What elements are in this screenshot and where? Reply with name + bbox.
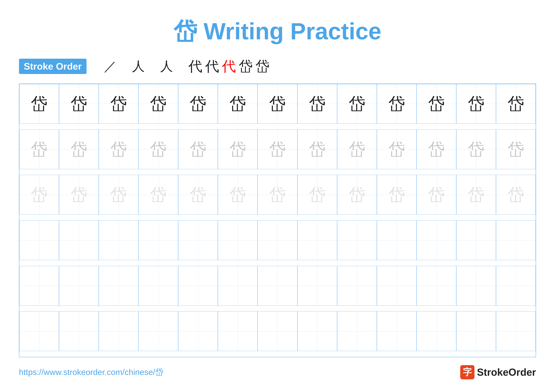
stroke-3: 人 (148, 58, 186, 75)
grid-cell[interactable]: 岱 (99, 84, 139, 124)
grid-cell[interactable] (377, 311, 416, 351)
grid-cell[interactable]: 岱 (377, 129, 416, 169)
cell-character: 岱 (150, 95, 167, 112)
cell-character: 岱 (150, 186, 167, 203)
cell-character: 岱 (468, 95, 484, 112)
grid-cell[interactable] (297, 311, 337, 351)
grid-cell[interactable] (496, 266, 536, 306)
grid-cell[interactable] (297, 266, 337, 306)
grid-cell[interactable] (59, 221, 99, 260)
cell-character: 岱 (388, 95, 405, 112)
grid-cell[interactable]: 岱 (377, 175, 416, 214)
grid-cell[interactable] (178, 221, 218, 260)
grid-cell[interactable]: 岱 (178, 129, 218, 169)
footer-url[interactable]: https://www.strokeorder.com/chinese/岱 (19, 367, 163, 378)
stroke-2: 人 (119, 58, 145, 75)
grid-cell[interactable]: 岱 (337, 175, 377, 214)
grid-cell[interactable] (218, 311, 258, 351)
grid-cell[interactable] (99, 266, 139, 306)
grid-cell[interactable] (19, 311, 59, 351)
grid-cell[interactable] (99, 311, 139, 351)
cell-character: 岱 (190, 95, 206, 112)
grid-cell[interactable]: 岱 (178, 175, 218, 214)
grid-cell[interactable] (19, 266, 59, 306)
grid-cell[interactable]: 岱 (337, 84, 377, 124)
grid-cell[interactable]: 岱 (496, 129, 536, 169)
grid-cell[interactable]: 岱 (178, 84, 218, 124)
grid-cell[interactable]: 岱 (99, 175, 139, 214)
cell-character: 岱 (31, 141, 47, 158)
cell-character: 岱 (110, 95, 127, 112)
grid-cell[interactable] (337, 221, 377, 260)
cell-character: 岱 (269, 186, 286, 203)
grid-cell[interactable]: 岱 (59, 175, 99, 214)
grid-cell[interactable] (139, 221, 178, 260)
cell-character: 岱 (349, 186, 365, 203)
grid-cell[interactable] (218, 221, 258, 260)
grid-cell[interactable] (456, 221, 496, 260)
grid-cell[interactable]: 岱 (258, 84, 297, 124)
grid-cell[interactable]: 岱 (139, 129, 178, 169)
grid-cell[interactable]: 岱 (218, 175, 258, 214)
grid-cell[interactable] (456, 266, 496, 306)
cell-character: 岱 (309, 141, 326, 158)
grid-cell[interactable]: 岱 (337, 129, 377, 169)
grid-cell[interactable] (377, 266, 416, 306)
grid-cell[interactable]: 岱 (297, 175, 337, 214)
grid-cell[interactable] (139, 266, 178, 306)
grid-cell[interactable]: 岱 (59, 129, 99, 169)
grid-cell[interactable]: 岱 (456, 84, 496, 124)
grid-cell[interactable]: 岱 (258, 129, 297, 169)
grid-cell[interactable] (258, 311, 297, 351)
grid-cell[interactable]: 岱 (19, 175, 59, 214)
stroke-5: 代 (205, 57, 219, 76)
grid-cell[interactable] (139, 311, 178, 351)
grid-cell[interactable] (416, 311, 456, 351)
grid-cell[interactable] (337, 311, 377, 351)
cell-character: 岱 (349, 95, 365, 112)
grid-cell[interactable] (416, 266, 456, 306)
grid-cell[interactable]: 岱 (139, 84, 178, 124)
grid-cell[interactable]: 岱 (19, 84, 59, 124)
grid-cell[interactable]: 岱 (377, 84, 416, 124)
grid-cell[interactable] (99, 221, 139, 260)
cell-character: 岱 (428, 186, 445, 203)
grid-cell[interactable]: 岱 (496, 84, 536, 124)
logo-icon: 字 (460, 365, 475, 379)
grid-cell[interactable] (337, 266, 377, 306)
grid-cell[interactable] (377, 221, 416, 260)
grid-cell[interactable] (496, 311, 536, 351)
grid-cell[interactable] (218, 266, 258, 306)
cell-character: 岱 (71, 95, 87, 112)
grid-cell[interactable] (297, 221, 337, 260)
grid-cell[interactable]: 岱 (456, 129, 496, 169)
grid-cell[interactable]: 岱 (297, 129, 337, 169)
grid-cell[interactable]: 岱 (139, 175, 178, 214)
grid-cell[interactable]: 岱 (416, 84, 456, 124)
cell-character: 岱 (468, 141, 484, 158)
grid-cell[interactable]: 岱 (416, 175, 456, 214)
grid-cell[interactable] (456, 311, 496, 351)
grid-cell[interactable] (178, 311, 218, 351)
grid-cell[interactable] (496, 221, 536, 260)
cell-character: 岱 (229, 95, 246, 112)
grid-cell[interactable] (258, 266, 297, 306)
grid-cell[interactable] (416, 221, 456, 260)
grid-cell[interactable]: 岱 (258, 175, 297, 214)
grid-cell[interactable]: 岱 (456, 175, 496, 214)
grid-cell[interactable] (19, 221, 59, 260)
grid-cell[interactable]: 岱 (218, 129, 258, 169)
grid-cell[interactable]: 岱 (416, 129, 456, 169)
stroke-7: 岱 (239, 57, 253, 76)
grid-cell[interactable]: 岱 (99, 129, 139, 169)
grid-cell[interactable] (59, 311, 99, 351)
grid-cell[interactable]: 岱 (297, 84, 337, 124)
grid-cell[interactable]: 岱 (496, 175, 536, 214)
grid-cell[interactable]: 岱 (59, 84, 99, 124)
grid-cell[interactable]: 岱 (218, 84, 258, 124)
cell-character: 岱 (71, 141, 87, 158)
grid-cell[interactable]: 岱 (19, 129, 59, 169)
grid-cell[interactable] (178, 266, 218, 306)
grid-cell[interactable] (59, 266, 99, 306)
grid-cell[interactable] (258, 221, 297, 260)
